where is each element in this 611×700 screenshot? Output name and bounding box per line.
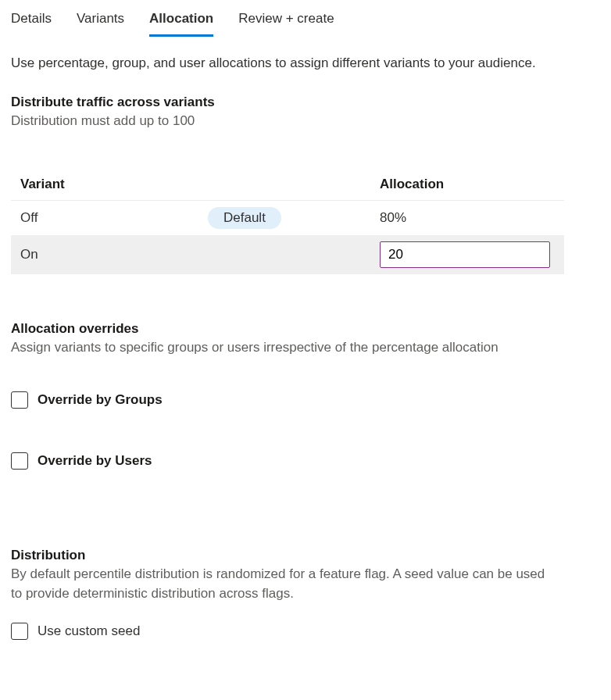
override-by-users-row: Override by Users — [11, 452, 600, 470]
tab-content: Use percentage, group, and user allocati… — [0, 37, 611, 640]
override-by-groups-label: Override by Groups — [38, 392, 163, 408]
variants-table-head: Variant Allocation — [11, 169, 564, 201]
distribute-subtitle: Distribution must add up to 100 — [11, 112, 558, 131]
overrides-section: Allocation overrides Assign variants to … — [11, 321, 600, 470]
distribute-title: Distribute traffic across variants — [11, 95, 600, 110]
distribution-section: Distribution By default percentile distr… — [11, 548, 600, 639]
overrides-title: Allocation overrides — [11, 321, 600, 337]
custom-seed-checkbox[interactable] — [11, 623, 28, 640]
tab-allocation[interactable]: Allocation — [149, 6, 213, 37]
override-by-groups-checkbox[interactable] — [11, 391, 28, 409]
table-row: On — [11, 235, 564, 274]
distribution-title: Distribution — [11, 548, 600, 563]
allocation-input[interactable] — [380, 241, 550, 268]
variant-name: On — [20, 247, 208, 262]
col-header-allocation: Allocation — [380, 177, 555, 192]
col-header-spacer — [208, 177, 380, 192]
variants-table: Variant Allocation Off Default 80% On — [11, 169, 564, 274]
custom-seed-label: Use custom seed — [38, 623, 140, 639]
custom-seed-row: Use custom seed — [11, 623, 600, 640]
distribution-subtitle: By default percentile distribution is ra… — [11, 565, 558, 603]
variant-badge-cell: Default — [208, 207, 380, 229]
override-by-users-label: Override by Users — [38, 453, 152, 469]
tab-review-create[interactable]: Review + create — [238, 6, 334, 37]
default-badge: Default — [208, 207, 281, 229]
distribute-section: Distribute traffic across variants Distr… — [11, 95, 600, 131]
tab-details[interactable]: Details — [11, 6, 52, 37]
col-header-variant: Variant — [20, 177, 208, 192]
intro-text: Use percentage, group, and user allocati… — [11, 55, 600, 71]
variant-name: Off — [20, 210, 208, 226]
tabs-bar: Details Variants Allocation Review + cre… — [0, 0, 611, 37]
override-by-groups-row: Override by Groups — [11, 391, 600, 409]
overrides-subtitle: Assign variants to specific groups or us… — [11, 338, 558, 358]
allocation-value: 80% — [380, 210, 555, 226]
tab-variants[interactable]: Variants — [77, 6, 124, 37]
table-row: Off Default 80% — [11, 201, 564, 235]
allocation-input-cell — [380, 241, 555, 268]
override-by-users-checkbox[interactable] — [11, 452, 28, 470]
